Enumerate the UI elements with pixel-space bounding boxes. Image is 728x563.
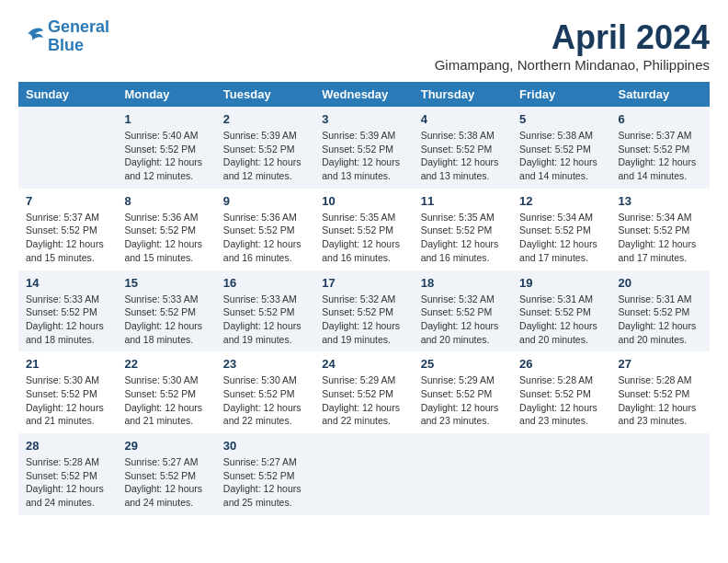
day-info: Sunrise: 5:33 AMSunset: 5:52 PMDaylight:… bbox=[124, 293, 208, 347]
day-cell: 19Sunrise: 5:31 AMSunset: 5:52 PMDayligh… bbox=[512, 270, 610, 352]
day-cell: 12Sunrise: 5:34 AMSunset: 5:52 PMDayligh… bbox=[512, 189, 610, 270]
day-number: 25 bbox=[421, 357, 505, 371]
day-cell bbox=[512, 433, 610, 515]
day-number: 26 bbox=[519, 357, 603, 371]
day-cell: 21Sunrise: 5:30 AMSunset: 5:52 PMDayligh… bbox=[18, 351, 117, 433]
column-header-thursday: Thursday bbox=[414, 82, 512, 107]
day-info: Sunrise: 5:35 AMSunset: 5:52 PMDaylight:… bbox=[421, 211, 505, 265]
week-row-4: 21Sunrise: 5:30 AMSunset: 5:52 PMDayligh… bbox=[18, 351, 710, 433]
day-info: Sunrise: 5:39 AMSunset: 5:52 PMDaylight:… bbox=[322, 129, 405, 183]
day-cell: 6Sunrise: 5:37 AMSunset: 5:52 PMDaylight… bbox=[611, 107, 710, 189]
calendar-body: 1Sunrise: 5:40 AMSunset: 5:52 PMDaylight… bbox=[18, 107, 710, 515]
calendar-table: SundayMondayTuesdayWednesdayThursdayFrid… bbox=[18, 82, 710, 515]
page-header: General Blue April 2024 Gimampang, North… bbox=[18, 18, 710, 73]
day-info: Sunrise: 5:34 AMSunset: 5:52 PMDaylight:… bbox=[519, 211, 603, 265]
logo-text: General Blue bbox=[48, 18, 109, 55]
day-number: 14 bbox=[26, 276, 109, 290]
day-number: 28 bbox=[26, 439, 109, 453]
day-number: 23 bbox=[223, 357, 307, 371]
day-cell: 17Sunrise: 5:32 AMSunset: 5:52 PMDayligh… bbox=[314, 270, 413, 352]
week-row-5: 28Sunrise: 5:28 AMSunset: 5:52 PMDayligh… bbox=[18, 433, 710, 515]
day-number: 30 bbox=[223, 439, 307, 453]
day-cell: 13Sunrise: 5:34 AMSunset: 5:52 PMDayligh… bbox=[611, 189, 710, 270]
day-cell: 18Sunrise: 5:32 AMSunset: 5:52 PMDayligh… bbox=[414, 270, 512, 352]
day-cell: 30Sunrise: 5:27 AMSunset: 5:52 PMDayligh… bbox=[216, 433, 314, 515]
column-header-saturday: Saturday bbox=[611, 82, 710, 107]
day-cell: 24Sunrise: 5:29 AMSunset: 5:52 PMDayligh… bbox=[314, 351, 413, 433]
day-cell: 5Sunrise: 5:38 AMSunset: 5:52 PMDaylight… bbox=[512, 107, 610, 189]
day-cell: 20Sunrise: 5:31 AMSunset: 5:52 PMDayligh… bbox=[611, 270, 710, 352]
day-number: 2 bbox=[223, 112, 307, 126]
day-info: Sunrise: 5:35 AMSunset: 5:52 PMDaylight:… bbox=[322, 211, 405, 265]
day-cell: 23Sunrise: 5:30 AMSunset: 5:52 PMDayligh… bbox=[216, 351, 314, 433]
day-info: Sunrise: 5:28 AMSunset: 5:52 PMDaylight:… bbox=[26, 455, 109, 510]
day-info: Sunrise: 5:32 AMSunset: 5:52 PMDaylight:… bbox=[421, 293, 505, 347]
day-number: 20 bbox=[619, 276, 702, 290]
day-cell: 27Sunrise: 5:28 AMSunset: 5:52 PMDayligh… bbox=[611, 351, 710, 433]
day-number: 5 bbox=[519, 112, 603, 126]
day-info: Sunrise: 5:36 AMSunset: 5:52 PMDaylight:… bbox=[124, 211, 208, 265]
calendar-title: April 2024 bbox=[435, 18, 710, 57]
logo-icon bbox=[18, 27, 44, 47]
day-info: Sunrise: 5:28 AMSunset: 5:52 PMDaylight:… bbox=[619, 373, 702, 428]
day-cell: 2Sunrise: 5:39 AMSunset: 5:52 PMDaylight… bbox=[216, 107, 314, 189]
day-cell bbox=[314, 433, 413, 515]
day-cell bbox=[414, 433, 512, 515]
column-header-tuesday: Tuesday bbox=[216, 82, 314, 107]
week-row-2: 7Sunrise: 5:37 AMSunset: 5:52 PMDaylight… bbox=[18, 189, 710, 270]
calendar-header-row: SundayMondayTuesdayWednesdayThursdayFrid… bbox=[18, 82, 710, 107]
day-info: Sunrise: 5:27 AMSunset: 5:52 PMDaylight:… bbox=[124, 455, 208, 510]
day-info: Sunrise: 5:37 AMSunset: 5:52 PMDaylight:… bbox=[26, 211, 109, 265]
day-number: 19 bbox=[519, 276, 603, 290]
day-number: 3 bbox=[322, 112, 405, 126]
day-info: Sunrise: 5:39 AMSunset: 5:52 PMDaylight:… bbox=[223, 129, 307, 183]
day-number: 17 bbox=[322, 276, 405, 290]
day-info: Sunrise: 5:38 AMSunset: 5:52 PMDaylight:… bbox=[421, 129, 505, 183]
day-cell bbox=[611, 433, 710, 515]
day-info: Sunrise: 5:29 AMSunset: 5:52 PMDaylight:… bbox=[322, 373, 405, 428]
day-number: 24 bbox=[322, 357, 405, 371]
column-header-friday: Friday bbox=[512, 82, 610, 107]
day-info: Sunrise: 5:37 AMSunset: 5:52 PMDaylight:… bbox=[619, 129, 702, 183]
week-row-1: 1Sunrise: 5:40 AMSunset: 5:52 PMDaylight… bbox=[18, 107, 710, 189]
day-number: 27 bbox=[619, 357, 702, 371]
day-number: 16 bbox=[223, 276, 307, 290]
calendar-subtitle: Gimampang, Northern Mindanao, Philippine… bbox=[435, 57, 710, 73]
title-section: April 2024 Gimampang, Northern Mindanao,… bbox=[435, 18, 710, 73]
day-number: 13 bbox=[619, 194, 702, 208]
day-info: Sunrise: 5:34 AMSunset: 5:52 PMDaylight:… bbox=[619, 211, 702, 265]
day-number: 21 bbox=[26, 357, 109, 371]
day-number: 9 bbox=[223, 194, 307, 208]
day-cell bbox=[18, 107, 117, 189]
column-header-sunday: Sunday bbox=[18, 82, 117, 107]
day-cell: 15Sunrise: 5:33 AMSunset: 5:52 PMDayligh… bbox=[117, 270, 215, 352]
day-info: Sunrise: 5:33 AMSunset: 5:52 PMDaylight:… bbox=[223, 293, 307, 347]
day-cell: 29Sunrise: 5:27 AMSunset: 5:52 PMDayligh… bbox=[117, 433, 215, 515]
day-number: 12 bbox=[519, 194, 603, 208]
day-number: 6 bbox=[619, 112, 702, 126]
day-info: Sunrise: 5:32 AMSunset: 5:52 PMDaylight:… bbox=[322, 293, 405, 347]
week-row-3: 14Sunrise: 5:33 AMSunset: 5:52 PMDayligh… bbox=[18, 270, 710, 352]
day-info: Sunrise: 5:31 AMSunset: 5:52 PMDaylight:… bbox=[519, 293, 603, 347]
day-number: 15 bbox=[124, 276, 208, 290]
day-cell: 25Sunrise: 5:29 AMSunset: 5:52 PMDayligh… bbox=[414, 351, 512, 433]
day-number: 7 bbox=[26, 194, 109, 208]
day-cell: 10Sunrise: 5:35 AMSunset: 5:52 PMDayligh… bbox=[314, 189, 413, 270]
day-cell: 28Sunrise: 5:28 AMSunset: 5:52 PMDayligh… bbox=[18, 433, 117, 515]
day-number: 29 bbox=[124, 439, 208, 453]
day-number: 11 bbox=[421, 194, 505, 208]
day-info: Sunrise: 5:30 AMSunset: 5:52 PMDaylight:… bbox=[124, 373, 208, 428]
day-info: Sunrise: 5:40 AMSunset: 5:52 PMDaylight:… bbox=[124, 129, 208, 183]
day-info: Sunrise: 5:28 AMSunset: 5:52 PMDaylight:… bbox=[519, 373, 603, 428]
day-cell: 14Sunrise: 5:33 AMSunset: 5:52 PMDayligh… bbox=[18, 270, 117, 352]
day-info: Sunrise: 5:30 AMSunset: 5:52 PMDaylight:… bbox=[223, 373, 307, 428]
day-number: 22 bbox=[124, 357, 208, 371]
day-number: 18 bbox=[421, 276, 505, 290]
day-info: Sunrise: 5:36 AMSunset: 5:52 PMDaylight:… bbox=[223, 211, 307, 265]
day-cell: 1Sunrise: 5:40 AMSunset: 5:52 PMDaylight… bbox=[117, 107, 215, 189]
day-number: 1 bbox=[124, 112, 208, 126]
day-cell: 26Sunrise: 5:28 AMSunset: 5:52 PMDayligh… bbox=[512, 351, 610, 433]
day-number: 8 bbox=[124, 194, 208, 208]
day-info: Sunrise: 5:27 AMSunset: 5:52 PMDaylight:… bbox=[223, 455, 307, 510]
day-cell: 16Sunrise: 5:33 AMSunset: 5:52 PMDayligh… bbox=[216, 270, 314, 352]
